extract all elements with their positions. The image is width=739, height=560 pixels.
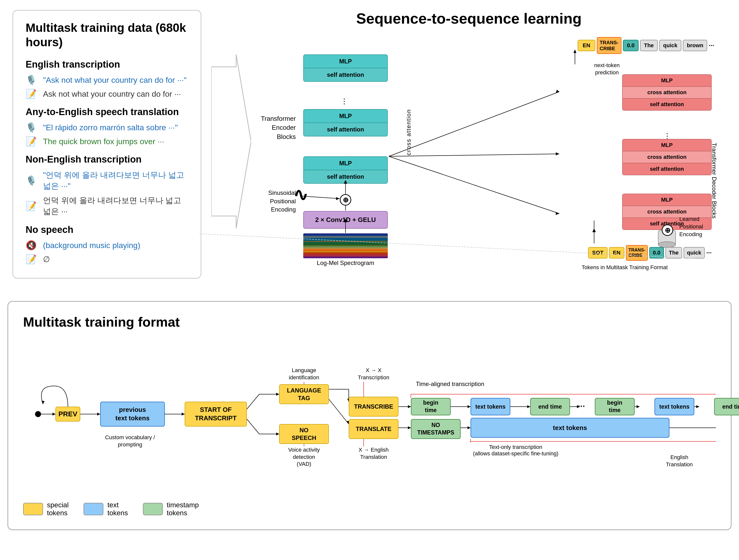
left-box: Multitask training data (680k hours) Eng… [12,10,201,279]
encoder-label: TransformerEncoder Blocks [251,114,296,141]
encoder-block-3: MLP self attention [303,156,388,184]
svg-marker-28 [592,229,596,232]
pencil-icon: 📝 [26,89,38,99]
svg-marker-56 [468,405,470,408]
svg-marker-65 [696,405,699,408]
seq-title: Sequence-to-sequence learning [211,10,727,27]
enc-attn-1: self attention [304,68,387,81]
node-text-tokens-2: text tokens [654,398,694,415]
legend-item-special: specialtokens [23,501,68,517]
section-heading-english: English transcription [26,59,188,70]
node-translate: TRANSLATE [349,419,399,439]
svg-marker-51 [408,405,411,408]
example-row: 📝 ∅ [26,254,188,265]
node-end-time-2: end time [714,398,739,415]
example-text: "Ask not what your country can do for ··… [43,76,187,85]
example-text: The quick brown fox jumps over ··· [43,137,164,146]
example-text: Ask not what your country can do for ··· [43,90,181,99]
sinusoidal-tilde: ∿ [293,186,308,203]
svg-line-25 [389,156,559,214]
svg-marker-20 [336,197,339,200]
token-dots-bottom: ··· [706,249,712,257]
example-row: 🎙️ "Ask not what your country can do for… [26,75,188,85]
flow-diagram-container: ⋯ [23,342,716,496]
svg-line-47 [329,399,349,424]
svg-marker-88 [41,401,44,404]
example-text: ∅ [43,255,50,264]
bottom-section: Multitask training format [7,301,732,530]
svg-marker-22 [556,90,559,93]
token-transcribe: TRANS-CRIBE [597,37,622,54]
section-heading-nospeech: No speech [26,225,188,235]
dec-self-attn-1: self attention [623,99,711,110]
label-x-to-x: X → XTranscription [344,367,404,381]
example-text: "언덕 위에 올라 내려다보면 너무나 넓고 넓은 ···" [43,170,188,192]
svg-marker-37 [182,413,185,416]
next-token-label: next-tokenprediction [594,62,620,76]
svg-marker-35 [97,413,100,416]
dec-mlp-2: MLP [623,139,711,151]
legend-label-special: specialtokens [47,501,68,517]
legend: specialtokens texttokens timestamptokens [23,501,716,517]
svg-marker-26 [556,212,559,215]
svg-marker-63 [636,405,639,408]
svg-marker-40 [276,393,279,396]
example-text: (background music playing) [43,241,140,250]
svg-marker-58 [527,405,530,408]
svg-marker-43 [276,432,279,435]
legend-box-special [23,503,43,515]
mic-icon: 🎙️ [26,75,38,85]
left-box-title: Multitask training data (680k hours) [26,21,188,49]
svg-line-23 [389,154,559,156]
node-prev-text-tokens: previoustext tokens [100,402,165,427]
dec-self-attn-2: self attention [623,163,711,175]
svg-marker-0 [211,54,251,229]
dec-cross-attn-1: cross attention [623,87,711,99]
node-start-of-transcript: START OFTRANSCRIPT [185,402,247,427]
label-custom-vocab: Custom vocabulary /prompting [95,434,165,448]
tokens-label: Tokens in Multitask Training Format [538,264,712,271]
node-no-timestamps: NOTIMESTAMPS [411,419,461,439]
svg-line-21 [389,92,559,156]
node-end-time-1: end time [530,398,570,415]
example-row: 📝 Ask not what your country can do for ·… [26,89,188,99]
section-heading-nonenglish: Non-English transcription [26,154,188,165]
example-row: 🎙️ "언덕 위에 올라 내려다보면 너무나 넓고 넓은 ···" [26,170,188,192]
next-token-arrow [573,49,577,64]
example-text: 언덕 위에 올라 내려다보면 너무나 넓고 넓은 ··· [43,195,188,217]
encoder-dots: ⋮ [340,97,349,105]
label-text-only: Text-only transcription(allows dataset-s… [473,444,559,457]
svg-line-38 [247,394,259,409]
output-token-row: EN TRANS-CRIBE 0.0 The quick brown ··· [578,37,714,54]
node-prev: PREV [55,407,80,422]
svg-line-30 [199,234,696,259]
enc-mlp-1: MLP [304,55,387,68]
bottom-title: Multitask training format [23,314,716,329]
pencil-icon: 📝 [26,136,38,147]
token-the: The [640,40,658,51]
flow-dots: ⋯ [577,402,585,410]
svg-marker-54 [408,426,411,429]
svg-marker-33 [52,413,55,416]
node-begin-time-1: begintime [411,398,451,415]
enc-mlp-2: MLP [304,110,387,123]
dec-mlp-1: MLP [623,75,711,87]
enc-attn-2: self attention [304,123,387,136]
svg-marker-71 [468,426,470,429]
cross-attention-label: cross attention [405,109,412,155]
example-row: 📝 언덕 위에 올라 내려다보면 너무나 넓고 넓은 ··· [26,195,188,217]
dec-cross-attn-2: cross attention [623,151,711,163]
conv-label: 2 × Conv1D + GELU [303,211,388,229]
label-x-to-en: X → EnglishTranslation [344,446,404,460]
example-row: 🔇 (background music playing) [26,240,188,251]
mic-icon: 🎙️ [26,122,38,133]
big-arrow [211,54,251,229]
svg-line-41 [247,419,259,434]
encoder-block-1: MLP self attention [303,54,388,82]
enc-attn-3: self attention [304,170,387,183]
decoder-label: Transformer Decoder Blocks [710,143,718,158]
mute-icon: 🔇 [26,240,38,251]
svg-marker-24 [556,152,559,155]
node-begin-time-2: begintime [595,398,635,415]
token-dots-top: ··· [709,42,714,49]
